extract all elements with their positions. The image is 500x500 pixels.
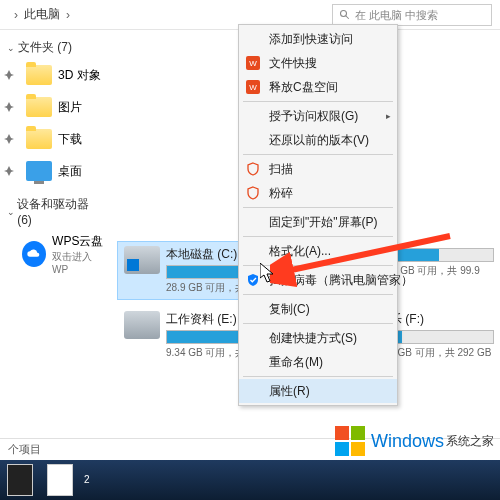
nav-item-3d-objects[interactable]: 3D 对象	[0, 59, 110, 91]
shield-o-icon	[245, 161, 261, 177]
taskbar-item[interactable]	[0, 460, 40, 500]
svg-text:W: W	[249, 59, 257, 68]
pin-icon	[4, 134, 14, 144]
nav-item-desktop[interactable]: 桌面	[0, 155, 110, 187]
breadcrumb-sep-icon: ›	[14, 8, 18, 22]
annotation-arrow-icon	[270, 230, 470, 300]
cursor-icon	[260, 263, 276, 283]
wps-icon: W	[245, 55, 261, 71]
context-menu-label: 属性(R)	[269, 383, 310, 400]
windows-logo-icon	[335, 426, 365, 456]
context-menu-label: 授予访问权限(G)	[269, 108, 358, 125]
cloud-icon	[22, 241, 46, 267]
context-menu-label: 复制(C)	[269, 301, 310, 318]
context-menu-separator	[243, 376, 393, 377]
context-menu-item[interactable]: 扫描	[239, 157, 397, 181]
svg-text:W: W	[249, 83, 257, 92]
content-area: 添加到快速访问W文件快搜W释放C盘空间授予访问权限(G)▸还原以前的版本(V)扫…	[110, 30, 500, 368]
breadcrumb-sep-icon: ›	[66, 8, 70, 22]
nav-item-wps-cloud[interactable]: WPS云盘 双击进入WP	[0, 230, 110, 278]
context-menu-item[interactable]: 复制(C)	[239, 297, 397, 321]
context-menu-label: 固定到"开始"屏幕(P)	[269, 214, 378, 231]
context-menu-item[interactable]: W文件快搜	[239, 51, 397, 75]
taskbar-item[interactable]	[40, 460, 80, 500]
folder-icon	[26, 129, 52, 149]
wps-icon: W	[245, 79, 261, 95]
context-menu-separator	[243, 323, 393, 324]
svg-point-0	[341, 11, 347, 17]
drive-icon	[124, 311, 160, 339]
context-menu-label: 创建快捷方式(S)	[269, 330, 357, 347]
search-icon	[339, 9, 351, 21]
context-menu-separator	[243, 207, 393, 208]
context-menu-item[interactable]: 属性(R)	[239, 379, 397, 403]
search-placeholder: 在 此电脑 中搜索	[355, 8, 438, 23]
folder-icon	[26, 97, 52, 117]
context-menu-item[interactable]: 粉碎	[239, 181, 397, 205]
submenu-arrow-icon: ▸	[386, 111, 391, 121]
search-input[interactable]: 在 此电脑 中搜索	[332, 4, 492, 26]
context-menu-item[interactable]: 创建快捷方式(S)	[239, 326, 397, 350]
context-menu-label: 添加到快速访问	[269, 31, 353, 48]
context-menu-item[interactable]: 还原以前的版本(V)	[239, 128, 397, 152]
context-menu: 添加到快速访问W文件快搜W释放C盘空间授予访问权限(G)▸还原以前的版本(V)扫…	[238, 24, 398, 406]
chevron-down-icon: ⌄	[6, 207, 15, 217]
navigation-pane: ⌄ 文件夹 (7) 3D 对象 图片 下载 桌面 ⌄ 设备和驱动器 (6) WP…	[0, 30, 110, 278]
taskbar-badge: 2	[80, 460, 94, 500]
context-menu-label: 文件快搜	[269, 55, 317, 72]
pin-icon	[4, 102, 14, 112]
breadcrumb-item[interactable]: 此电脑	[24, 6, 60, 23]
context-menu-item[interactable]: W释放C盘空间	[239, 75, 397, 99]
chevron-down-icon: ⌄	[6, 43, 16, 53]
context-menu-label: 重命名(M)	[269, 354, 323, 371]
context-menu-separator	[243, 101, 393, 102]
pin-icon	[4, 166, 14, 176]
folder-icon	[26, 65, 52, 85]
nav-item-pictures[interactable]: 图片	[0, 91, 110, 123]
nav-item-downloads[interactable]: 下载	[0, 123, 110, 155]
context-menu-label: 还原以前的版本(V)	[269, 132, 369, 149]
context-menu-label: 扫描	[269, 161, 293, 178]
watermark: Windows 系统之家	[335, 426, 494, 456]
context-menu-label: 释放C盘空间	[269, 79, 338, 96]
shield-o-icon	[245, 185, 261, 201]
svg-line-6	[282, 236, 450, 272]
context-menu-label: 粉碎	[269, 185, 293, 202]
context-menu-item[interactable]: 授予访问权限(G)▸	[239, 104, 397, 128]
folders-section-header[interactable]: ⌄ 文件夹 (7)	[0, 36, 110, 59]
context-menu-item[interactable]: 重命名(M)	[239, 350, 397, 374]
shield-icon	[245, 272, 261, 288]
svg-line-1	[346, 16, 349, 19]
context-menu-item[interactable]: 添加到快速访问	[239, 27, 397, 51]
drives-section-header[interactable]: ⌄ 设备和驱动器 (6)	[0, 193, 110, 230]
desktop-icon	[26, 161, 52, 181]
pin-icon	[4, 70, 14, 80]
context-menu-separator	[243, 154, 393, 155]
app-icon	[7, 464, 33, 496]
document-icon	[47, 464, 73, 496]
drive-icon	[124, 246, 160, 274]
taskbar[interactable]: 2	[0, 460, 500, 500]
